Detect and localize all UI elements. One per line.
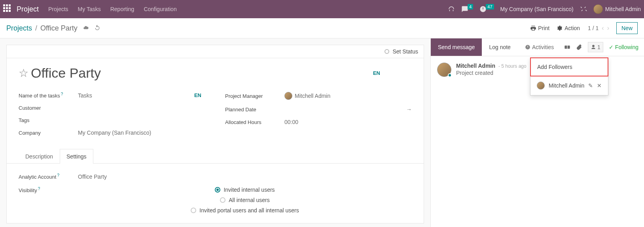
form-sheet: Set Status ☆ Office Party EN Name of the… [6, 45, 424, 223]
discard-icon[interactable] [94, 25, 100, 32]
action-label: Action [564, 25, 580, 31]
pager-next[interactable]: › [607, 25, 609, 32]
message-text: Project created [456, 70, 527, 76]
pager-text[interactable]: 1 / 1 [588, 25, 599, 31]
apps-icon[interactable] [3, 4, 13, 14]
avatar [593, 4, 603, 14]
follower-row[interactable]: Mitchell Admin ✎✕ [530, 76, 608, 95]
debug-icon[interactable] [580, 6, 587, 13]
breadcrumb-root[interactable]: Projects [6, 24, 32, 32]
follower-name: Mitchell Admin [549, 82, 584, 89]
print-label: Print [538, 25, 549, 31]
follower-popover: Add Followers Mitchell Admin ✎✕ [530, 57, 608, 95]
customer-label: Customer [19, 105, 78, 111]
tasks-label: Name of the tasks? [19, 92, 78, 99]
message-author[interactable]: Mitchell Admin [456, 63, 495, 69]
nav-reporting[interactable]: Reporting [110, 6, 134, 12]
activities-button[interactable]: Activities [518, 38, 561, 56]
visibility-option-2[interactable]: Invited portal users and all internal us… [191, 207, 299, 214]
remove-icon[interactable]: ✕ [597, 82, 602, 89]
nav-configuration[interactable]: Configuration [144, 6, 176, 12]
breadcrumb: Projects / Office Party [6, 24, 78, 32]
set-status-label: Set Status [392, 48, 418, 55]
visibility-option-0[interactable]: Invited internal users [215, 187, 275, 193]
cloud-icon[interactable] [82, 25, 89, 32]
user-menu[interactable]: Mitchell Admin [593, 4, 641, 14]
help-icon[interactable]: ? [57, 173, 59, 177]
arrow-right-icon: → [406, 106, 412, 113]
pm-label: Project Manager [225, 93, 284, 99]
voip-icon[interactable] [448, 6, 455, 13]
planned-field[interactable]: → [284, 106, 412, 113]
add-followers-button[interactable]: Add Followers [530, 57, 608, 76]
pager-prev[interactable]: ‹ [602, 25, 604, 32]
breadcrumb-sep: / [35, 24, 37, 32]
print-button[interactable]: Print [530, 25, 549, 31]
app-title[interactable]: Project [17, 5, 39, 13]
messaging-icon[interactable]: 4 [461, 6, 473, 13]
top-nav: Project Projects My Tasks Reporting Conf… [0, 0, 644, 18]
tab-description[interactable]: Description [19, 149, 60, 164]
company-switcher[interactable]: My Company (San Francisco) [500, 6, 574, 12]
control-bar: Projects / Office Party Print Action 1 /… [0, 18, 644, 38]
avatar [537, 82, 545, 90]
nav-projects[interactable]: Projects [48, 6, 68, 12]
tab-settings[interactable]: Settings [60, 149, 93, 164]
action-button[interactable]: Action [557, 25, 580, 31]
status-dot-icon [385, 49, 389, 54]
send-message-button[interactable]: Send message [431, 38, 482, 56]
company-label: Company [19, 130, 78, 136]
edit-icon[interactable]: ✎ [588, 82, 593, 89]
tabs: Description Settings [7, 149, 424, 164]
tasks-field[interactable]: TasksEN [78, 92, 205, 99]
presence-icon [448, 73, 452, 77]
log-note-button[interactable]: Log note [482, 38, 518, 56]
breadcrumb-current: Office Party [40, 24, 78, 32]
tags-label: Tags [19, 117, 78, 123]
visibility-radio-group: Invited internal users All internal user… [78, 187, 412, 214]
analytic-label: Analytic Account? [19, 173, 78, 180]
pm-field[interactable]: Mitchell Admin [284, 92, 412, 100]
nav-my-tasks[interactable]: My Tasks [78, 6, 101, 12]
planned-label: Planned Date [225, 107, 284, 113]
following-button[interactable]: ✓ Following [609, 44, 638, 50]
help-icon[interactable]: ? [38, 187, 40, 191]
attachment-icon[interactable] [576, 44, 582, 50]
activities-icon[interactable]: 47 [479, 6, 494, 13]
help-icon[interactable]: ? [61, 92, 63, 96]
analytic-field[interactable]: Office Party [78, 174, 412, 180]
star-icon[interactable]: ☆ [19, 67, 28, 80]
alloc-field[interactable]: 00:00 [284, 119, 412, 125]
messaging-badge: 4 [468, 4, 473, 10]
activities-badge: 47 [486, 4, 494, 10]
set-status-button[interactable]: Set Status [385, 48, 418, 55]
followers-button[interactable]: 1 [588, 42, 603, 52]
avatar [437, 63, 451, 77]
lang-badge[interactable]: EN [373, 70, 380, 76]
alloc-label: Allocated Hours [225, 119, 284, 125]
pager: 1 / 1 ‹ › [588, 25, 609, 32]
chatter: Send message Log note Activities 1 ✓ Fol… [430, 38, 644, 227]
new-button[interactable]: New [616, 22, 638, 34]
book-icon[interactable] [564, 44, 570, 50]
company-field[interactable]: My Company (San Francisco) [78, 130, 205, 136]
project-title[interactable]: Office Party [31, 65, 373, 81]
visibility-option-1[interactable]: All internal users [220, 197, 270, 203]
username: Mitchell Admin [605, 6, 641, 12]
tasks-lang-badge[interactable]: EN [194, 92, 201, 98]
message-time: - 5 hours ago [498, 63, 527, 69]
avatar [284, 92, 292, 100]
visibility-label: Visibility? [19, 187, 78, 193]
